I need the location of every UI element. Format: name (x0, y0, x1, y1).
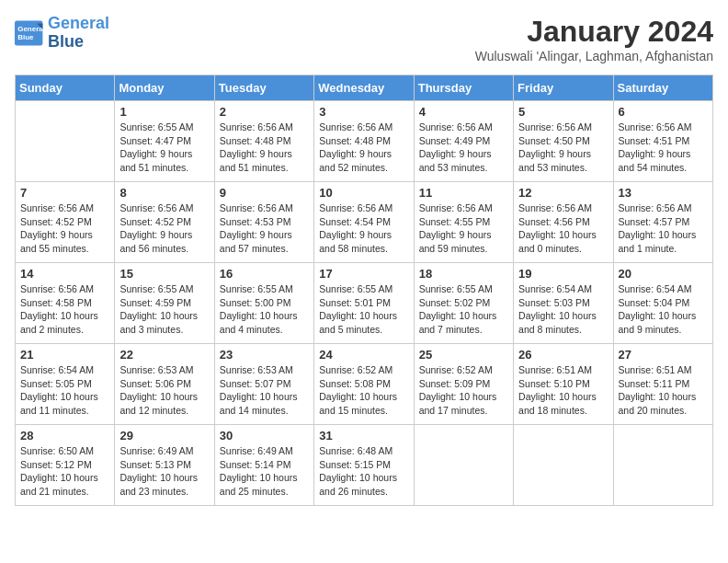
day-cell: 20Sunrise: 6:54 AM Sunset: 5:04 PM Dayli… (613, 263, 712, 344)
day-cell: 22Sunrise: 6:53 AM Sunset: 5:06 PM Dayli… (115, 344, 214, 425)
page-header: General Blue General Blue January 2024 W… (15, 15, 713, 63)
day-detail: Sunrise: 6:56 AM Sunset: 4:52 PM Dayligh… (119, 201, 209, 256)
logo-line2: Blue (48, 32, 84, 51)
day-detail: Sunrise: 6:54 AM Sunset: 5:04 PM Dayligh… (619, 282, 708, 337)
day-number: 28 (20, 429, 109, 442)
day-detail: Sunrise: 6:56 AM Sunset: 4:56 PM Dayligh… (518, 201, 608, 256)
day-cell: 5Sunrise: 6:56 AM Sunset: 4:50 PM Daylig… (514, 101, 613, 182)
day-detail: Sunrise: 6:56 AM Sunset: 4:54 PM Dayligh… (319, 201, 408, 256)
day-detail: Sunrise: 6:55 AM Sunset: 4:47 PM Dayligh… (119, 121, 209, 175)
day-cell: 7Sunrise: 6:56 AM Sunset: 4:52 PM Daylig… (16, 182, 115, 263)
week-row-1: 1Sunrise: 6:55 AM Sunset: 4:47 PM Daylig… (16, 101, 713, 182)
day-cell: 4Sunrise: 6:56 AM Sunset: 4:49 PM Daylig… (414, 101, 513, 182)
location: Wuluswali 'Alingar, Laghman, Afghanistan (475, 49, 713, 63)
day-detail: Sunrise: 6:56 AM Sunset: 4:48 PM Dayligh… (220, 121, 309, 175)
day-cell: 3Sunrise: 6:56 AM Sunset: 4:48 PM Daylig… (314, 101, 414, 182)
logo-line1: General (48, 14, 109, 32)
day-number: 6 (619, 105, 708, 119)
day-detail: Sunrise: 6:56 AM Sunset: 4:55 PM Dayligh… (419, 201, 508, 256)
col-header-wednesday: Wednesday (314, 75, 414, 101)
col-header-sunday: Sunday (16, 75, 115, 101)
day-detail: Sunrise: 6:52 AM Sunset: 5:08 PM Dayligh… (319, 363, 408, 418)
day-number: 25 (419, 348, 508, 362)
day-cell: 24Sunrise: 6:52 AM Sunset: 5:08 PM Dayli… (314, 344, 414, 425)
day-cell: 19Sunrise: 6:54 AM Sunset: 5:03 PM Dayli… (514, 263, 613, 344)
day-number: 7 (20, 186, 109, 200)
day-detail: Sunrise: 6:50 AM Sunset: 5:12 PM Dayligh… (20, 444, 109, 499)
day-number: 11 (419, 186, 508, 200)
day-cell: 18Sunrise: 6:55 AM Sunset: 5:02 PM Dayli… (414, 263, 513, 344)
day-detail: Sunrise: 6:54 AM Sunset: 5:05 PM Dayligh… (20, 363, 109, 418)
day-number: 4 (419, 105, 508, 119)
day-detail: Sunrise: 6:55 AM Sunset: 5:02 PM Dayligh… (419, 282, 508, 337)
day-detail: Sunrise: 6:48 AM Sunset: 5:15 PM Dayligh… (319, 444, 408, 499)
day-number: 24 (319, 348, 408, 362)
day-detail: Sunrise: 6:53 AM Sunset: 5:06 PM Dayligh… (119, 363, 209, 418)
day-number: 30 (220, 429, 309, 442)
col-header-monday: Monday (115, 75, 214, 101)
col-header-tuesday: Tuesday (214, 75, 313, 101)
day-number: 2 (220, 105, 309, 119)
day-number: 22 (119, 348, 209, 362)
day-number: 3 (319, 105, 408, 119)
week-row-4: 21Sunrise: 6:54 AM Sunset: 5:05 PM Dayli… (16, 344, 713, 425)
day-cell: 27Sunrise: 6:51 AM Sunset: 5:11 PM Dayli… (613, 344, 712, 425)
day-detail: Sunrise: 6:55 AM Sunset: 4:59 PM Dayligh… (119, 282, 209, 337)
day-cell (414, 425, 513, 506)
day-detail: Sunrise: 6:55 AM Sunset: 5:00 PM Dayligh… (220, 282, 309, 337)
day-number: 23 (220, 348, 309, 362)
day-detail: Sunrise: 6:51 AM Sunset: 5:11 PM Dayligh… (619, 363, 708, 418)
day-cell (16, 101, 115, 182)
day-cell: 16Sunrise: 6:55 AM Sunset: 5:00 PM Dayli… (214, 263, 313, 344)
day-cell: 8Sunrise: 6:56 AM Sunset: 4:52 PM Daylig… (115, 182, 214, 263)
day-number: 20 (619, 267, 708, 281)
week-row-2: 7Sunrise: 6:56 AM Sunset: 4:52 PM Daylig… (16, 182, 713, 263)
header-row: SundayMondayTuesdayWednesdayThursdayFrid… (16, 75, 713, 101)
day-cell: 21Sunrise: 6:54 AM Sunset: 5:05 PM Dayli… (16, 344, 115, 425)
day-cell: 15Sunrise: 6:55 AM Sunset: 4:59 PM Dayli… (115, 263, 214, 344)
day-number: 17 (319, 267, 408, 281)
col-header-friday: Friday (514, 75, 613, 101)
day-number: 8 (119, 186, 209, 200)
day-detail: Sunrise: 6:55 AM Sunset: 5:01 PM Dayligh… (319, 282, 408, 337)
day-detail: Sunrise: 6:56 AM Sunset: 4:52 PM Dayligh… (20, 201, 109, 256)
day-detail: Sunrise: 6:56 AM Sunset: 4:53 PM Dayligh… (220, 201, 309, 256)
day-cell: 28Sunrise: 6:50 AM Sunset: 5:12 PM Dayli… (16, 425, 115, 506)
day-cell: 10Sunrise: 6:56 AM Sunset: 4:54 PM Dayli… (314, 182, 414, 263)
day-detail: Sunrise: 6:54 AM Sunset: 5:03 PM Dayligh… (518, 282, 608, 337)
day-number: 26 (518, 348, 608, 362)
day-cell: 13Sunrise: 6:56 AM Sunset: 4:57 PM Dayli… (613, 182, 712, 263)
day-detail: Sunrise: 6:56 AM Sunset: 4:49 PM Dayligh… (419, 121, 508, 175)
day-number: 31 (319, 429, 408, 442)
day-number: 1 (119, 105, 209, 119)
day-detail: Sunrise: 6:56 AM Sunset: 4:48 PM Dayligh… (319, 121, 408, 175)
day-number: 14 (20, 267, 109, 281)
day-cell: 12Sunrise: 6:56 AM Sunset: 4:56 PM Dayli… (514, 182, 613, 263)
day-detail: Sunrise: 6:56 AM Sunset: 4:57 PM Dayligh… (619, 201, 708, 256)
day-cell: 26Sunrise: 6:51 AM Sunset: 5:10 PM Dayli… (514, 344, 613, 425)
day-cell: 2Sunrise: 6:56 AM Sunset: 4:48 PM Daylig… (214, 101, 313, 182)
day-number: 5 (518, 105, 608, 119)
svg-text:Blue: Blue (17, 33, 34, 41)
day-number: 13 (619, 186, 708, 200)
month-year: January 2024 (475, 15, 713, 49)
day-number: 12 (518, 186, 608, 200)
week-row-3: 14Sunrise: 6:56 AM Sunset: 4:58 PM Dayli… (16, 263, 713, 344)
day-number: 16 (220, 267, 309, 281)
day-detail: Sunrise: 6:56 AM Sunset: 4:50 PM Dayligh… (518, 121, 608, 175)
day-number: 21 (20, 348, 109, 362)
day-cell: 25Sunrise: 6:52 AM Sunset: 5:09 PM Dayli… (414, 344, 513, 425)
day-number: 15 (119, 267, 209, 281)
day-number: 10 (319, 186, 408, 200)
col-header-thursday: Thursday (414, 75, 513, 101)
day-cell: 11Sunrise: 6:56 AM Sunset: 4:55 PM Dayli… (414, 182, 513, 263)
day-cell (514, 425, 613, 506)
title-block: January 2024 Wuluswali 'Alingar, Laghman… (475, 15, 713, 63)
col-header-saturday: Saturday (613, 75, 712, 101)
day-cell: 31Sunrise: 6:48 AM Sunset: 5:15 PM Dayli… (314, 425, 414, 506)
day-number: 27 (619, 348, 708, 362)
week-row-5: 28Sunrise: 6:50 AM Sunset: 5:12 PM Dayli… (16, 425, 713, 506)
day-cell: 29Sunrise: 6:49 AM Sunset: 5:13 PM Dayli… (115, 425, 214, 506)
day-detail: Sunrise: 6:56 AM Sunset: 4:51 PM Dayligh… (619, 121, 708, 175)
day-cell: 30Sunrise: 6:49 AM Sunset: 5:14 PM Dayli… (214, 425, 313, 506)
